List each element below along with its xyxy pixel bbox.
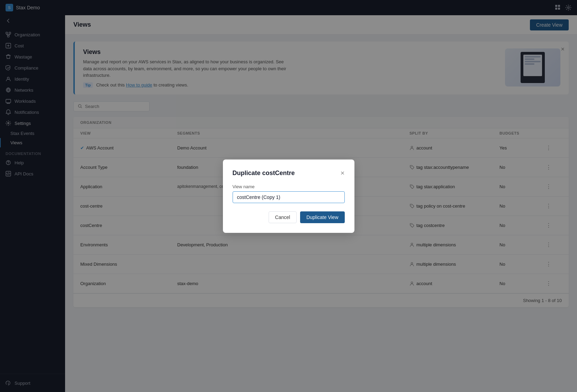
- modal-body: View name: [233, 184, 345, 203]
- modal-title: Duplicate costCentre: [233, 170, 295, 177]
- view-name-input[interactable]: [233, 191, 345, 203]
- modal-label: View name: [233, 184, 345, 189]
- cancel-button[interactable]: Cancel: [269, 211, 297, 223]
- modal-actions: Cancel Duplicate View: [233, 211, 345, 223]
- duplicate-modal: Duplicate costCentre × View name Cancel …: [223, 159, 354, 233]
- modal-overlay: Duplicate costCentre × View name Cancel …: [0, 0, 577, 392]
- duplicate-view-button[interactable]: Duplicate View: [300, 211, 344, 223]
- modal-header: Duplicate costCentre ×: [233, 169, 345, 177]
- modal-close-button[interactable]: ×: [341, 169, 345, 177]
